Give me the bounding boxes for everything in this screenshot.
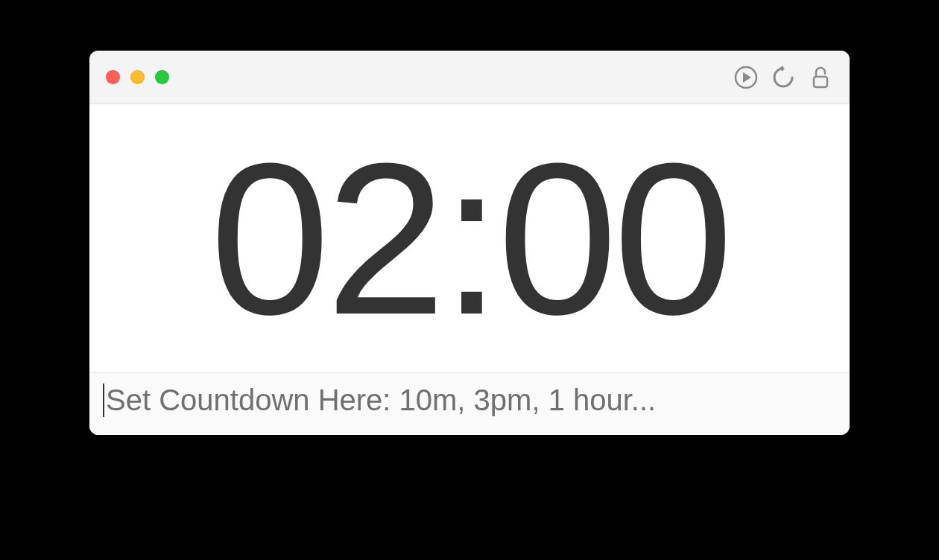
toolbar [733, 65, 833, 90]
timer-window: 02:00 [89, 51, 850, 435]
lock-button[interactable] [808, 65, 833, 90]
zoom-button[interactable] [155, 70, 169, 84]
close-button[interactable] [106, 70, 120, 84]
window-controls [106, 70, 169, 84]
titlebar [89, 51, 850, 104]
minimize-button[interactable] [130, 70, 145, 84]
svg-rect-1 [814, 77, 827, 87]
reset-button[interactable] [771, 65, 796, 90]
play-button[interactable] [733, 65, 759, 90]
reset-icon [771, 65, 796, 90]
input-area [89, 372, 850, 435]
timer-value: 02:00 [210, 130, 730, 346]
countdown-input[interactable] [103, 384, 836, 417]
timer-display-area: 02:00 [89, 104, 850, 372]
unlock-icon [808, 65, 833, 90]
play-icon [733, 65, 759, 90]
